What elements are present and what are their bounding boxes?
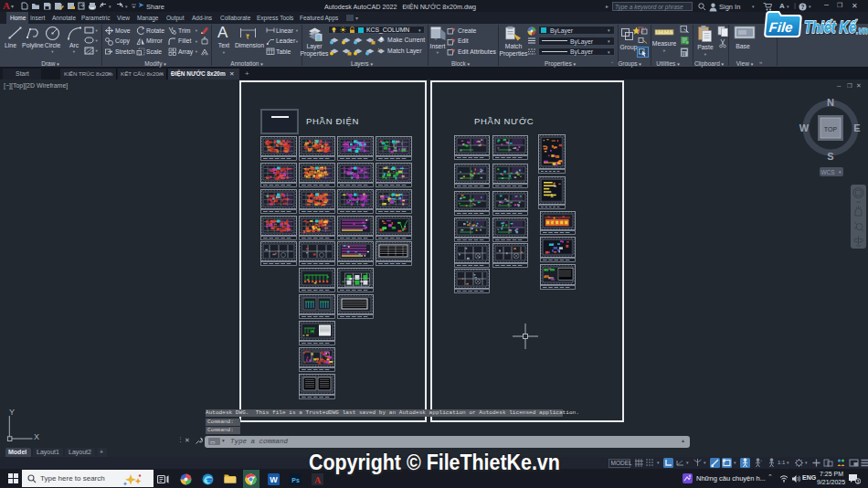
svg-text:A: A (314, 474, 322, 484)
svg-text:Y: Y (9, 408, 15, 417)
svg-text:.vn: .vn (856, 25, 868, 36)
svg-text:3: 3 (857, 479, 860, 484)
svg-text:S: S (827, 151, 833, 162)
svg-text:N: N (827, 97, 834, 108)
svg-text:W: W (799, 122, 810, 133)
svg-text:X: X (34, 432, 39, 441)
svg-text:E: E (853, 122, 860, 133)
svg-text:File: File (768, 19, 793, 35)
svg-text:TOP: TOP (824, 126, 838, 133)
svg-text:+: + (760, 458, 763, 462)
svg-text:Ps: Ps (291, 476, 300, 483)
svg-text:WCS: WCS (820, 169, 835, 175)
svg-text:W: W (270, 475, 278, 484)
svg-text:Thiết Kế: Thiết Kế (804, 18, 858, 37)
